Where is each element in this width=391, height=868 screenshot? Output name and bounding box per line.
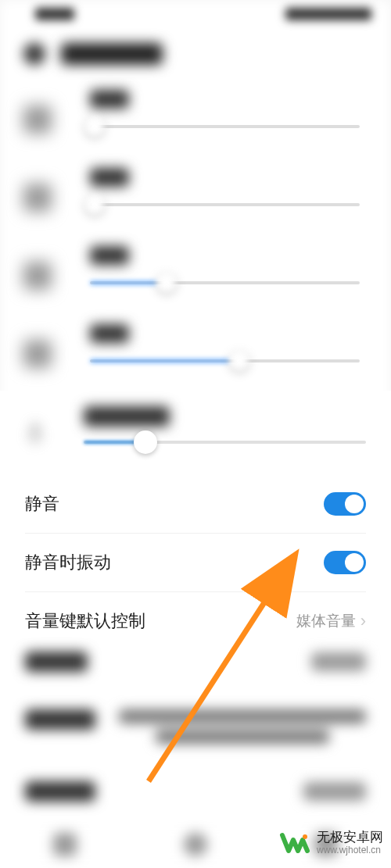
slider-assistant-label <box>84 406 170 427</box>
mute-toggle[interactable] <box>324 492 366 516</box>
page-title <box>61 43 163 65</box>
chevron-right-icon: › <box>361 611 366 631</box>
mic-icon <box>21 420 49 448</box>
volume-key-label: 音量键默认控制 <box>25 609 145 633</box>
watermark-logo-icon <box>279 827 310 859</box>
blurred-row-3[interactable] <box>0 763 391 820</box>
blurred-row-2[interactable] <box>0 691 391 763</box>
slider-assistant[interactable] <box>25 391 366 475</box>
svg-point-2 <box>303 834 307 839</box>
mute-label: 静音 <box>25 492 59 516</box>
back-icon[interactable] <box>23 43 45 65</box>
setting-vibrate-on-mute: 静音时振动 <box>25 534 366 592</box>
nav-home-icon[interactable] <box>184 833 207 856</box>
watermark-url: www.wjhotel.cn <box>317 845 383 855</box>
slider-thumb[interactable] <box>134 430 157 454</box>
header <box>23 43 163 65</box>
blurred-row-1[interactable] <box>0 633 391 691</box>
call-icon <box>23 340 52 368</box>
setting-mute: 静音 <box>25 475 366 534</box>
media-icon <box>23 105 52 134</box>
ringtone-icon <box>23 184 52 212</box>
volume-key-value: 媒体音量 <box>296 611 356 631</box>
vibrate-label: 静音时振动 <box>25 551 111 574</box>
alarm-icon <box>23 262 52 290</box>
nav-back-icon[interactable] <box>53 833 77 856</box>
watermark-title: 无极安卓网 <box>317 830 383 845</box>
vibrate-toggle[interactable] <box>324 551 366 574</box>
watermark: 无极安卓网 www.wjhotel.cn <box>279 827 383 859</box>
